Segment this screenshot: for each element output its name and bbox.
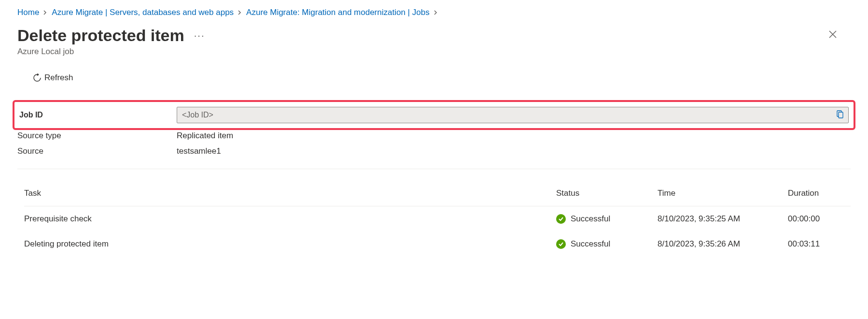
task-duration: 00:03:11 [788, 239, 851, 249]
col-header-task: Task [24, 188, 556, 198]
source-type-value: Replicated item [177, 131, 851, 141]
breadcrumb-home[interactable]: Home [17, 8, 39, 17]
task-status-cell: Successful [556, 239, 658, 249]
chevron-right-icon [434, 9, 438, 16]
col-header-duration: Duration [788, 188, 851, 198]
chevron-right-icon [43, 9, 48, 16]
tasks-table: Task Status Time Duration Prerequisite c… [0, 169, 868, 257]
refresh-label: Refresh [44, 73, 73, 83]
copy-icon [836, 110, 844, 118]
col-header-time: Time [658, 188, 788, 198]
source-type-label: Source type [17, 131, 177, 141]
success-icon [556, 239, 566, 249]
task-time: 8/10/2023, 9:35:25 AM [658, 214, 788, 224]
task-status-cell: Successful [556, 214, 658, 224]
page-header: Delete protected item ··· Azure Local jo… [0, 21, 868, 58]
table-row: Deleting protected item Successful 8/10/… [24, 232, 851, 257]
col-header-status: Status [556, 188, 658, 198]
close-icon [828, 30, 837, 39]
chevron-right-icon [238, 9, 242, 16]
copy-button[interactable] [835, 109, 845, 121]
properties-section: Job ID <Job ID> Source type Replicated i… [0, 100, 868, 159]
table-header-row: Task Status Time Duration [24, 184, 851, 206]
job-id-label: Job ID [19, 111, 177, 119]
source-value: testsamlee1 [177, 146, 851, 156]
task-status-text: Successful [571, 239, 610, 249]
source-type-row: Source type Replicated item [17, 128, 851, 144]
close-button[interactable] [825, 26, 841, 44]
more-actions-button[interactable]: ··· [194, 30, 205, 41]
success-icon [556, 214, 566, 224]
page-subtitle: Azure Local job [17, 47, 205, 57]
task-name: Prerequisite check [24, 214, 556, 224]
breadcrumb-migration-jobs[interactable]: Azure Migrate: Migration and modernizati… [246, 8, 430, 17]
task-name: Deleting protected item [24, 239, 556, 249]
task-time: 8/10/2023, 9:35:26 AM [658, 239, 788, 249]
source-row: Source testsamlee1 [17, 144, 851, 159]
page-title: Delete protected item [17, 26, 184, 45]
breadcrumb: Home Azure Migrate | Servers, databases … [0, 0, 868, 21]
task-duration: 00:00:00 [788, 214, 851, 224]
refresh-button[interactable]: Refresh [33, 73, 73, 83]
job-id-value: <Job ID> [182, 111, 835, 119]
breadcrumb-migrate-servers[interactable]: Azure Migrate | Servers, databases and w… [52, 8, 234, 17]
source-label: Source [17, 146, 177, 156]
table-row: Prerequisite check Successful 8/10/2023,… [24, 206, 851, 232]
toolbar: Refresh [0, 58, 868, 91]
task-status-text: Successful [571, 214, 610, 224]
job-id-field[interactable]: <Job ID> [177, 107, 849, 123]
svg-rect-1 [839, 112, 843, 118]
job-id-row-highlight: Job ID <Job ID> [13, 100, 855, 130]
refresh-icon [33, 73, 42, 82]
